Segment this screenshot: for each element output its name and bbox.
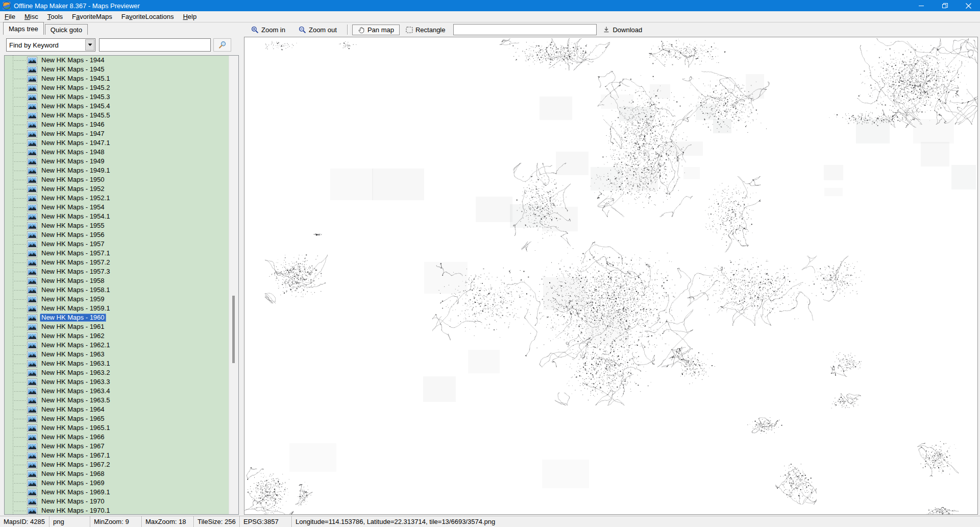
tree-item[interactable]: New HK Maps - 1950	[5, 175, 229, 184]
app-globe-icon	[3, 2, 11, 10]
tree-item[interactable]: New HK Maps - 1954	[5, 203, 229, 212]
tree-item[interactable]: New HK Maps - 1966	[5, 433, 229, 442]
toolbar-coordinate-input[interactable]	[453, 24, 597, 35]
tree-item[interactable]: New HK Maps - 1945.4	[5, 102, 229, 111]
tree-item[interactable]: New HK Maps - 1959.1	[5, 304, 229, 313]
tree-item[interactable]: New HK Maps - 1957	[5, 239, 229, 249]
tree-item[interactable]: New HK Maps - 1960	[5, 313, 229, 322]
tree-item[interactable]: New HK Maps - 1963.1	[5, 359, 229, 368]
zoom-in-icon	[251, 26, 259, 34]
tree-item[interactable]: New HK Maps - 1949.1	[5, 166, 229, 175]
tree-item[interactable]: New HK Maps - 1963	[5, 350, 229, 359]
download-button[interactable]: Download	[600, 25, 645, 35]
menu-help[interactable]: Help	[178, 12, 201, 21]
tree-item[interactable]: New HK Maps - 1969	[5, 478, 229, 488]
tree-item[interactable]: New HK Maps - 1944	[5, 56, 229, 65]
tree-item[interactable]: New HK Maps - 1957.3	[5, 267, 229, 276]
search-button[interactable]	[213, 38, 231, 52]
zoom-in-button[interactable]: Zoom in	[248, 25, 288, 35]
toolbar-separator	[347, 25, 349, 35]
zoom-out-button[interactable]: Zoom out	[296, 25, 340, 35]
tree-item[interactable]: New HK Maps - 1963.3	[5, 377, 229, 387]
combo-dropdown-button[interactable]	[85, 39, 94, 51]
tree-item[interactable]: New HK Maps - 1957.2	[5, 258, 229, 267]
tab-maps-tree[interactable]: Maps tree	[3, 22, 44, 35]
tree-item[interactable]: New HK Maps - 1949	[5, 157, 229, 166]
menu-favoritemaps[interactable]: FavoriteMaps	[67, 12, 117, 21]
rectangle-button[interactable]: Rectangle	[403, 25, 449, 35]
menu-file[interactable]: File	[0, 12, 20, 21]
pan-map-button[interactable]: Pan map	[352, 25, 400, 35]
tree-item-label: New HK Maps - 1966	[40, 433, 106, 441]
tree-item[interactable]: New HK Maps - 1954.1	[5, 212, 229, 221]
map-image-icon	[27, 231, 37, 239]
tree-item[interactable]: New HK Maps - 1945	[5, 65, 229, 74]
tree-scrollbar[interactable]	[229, 56, 238, 514]
tree-item[interactable]: New HK Maps - 1963.5	[5, 396, 229, 405]
tree-item-label: New HK Maps - 1964	[40, 405, 106, 414]
find-mode-select[interactable]: Find by Keyword	[6, 38, 95, 52]
tree-item-label: New HK Maps - 1963.4	[40, 387, 111, 395]
tab-quick-goto[interactable]: Quick goto	[45, 24, 88, 35]
tree-item-label: New HK Maps - 1955	[40, 222, 106, 230]
tree-item-label: New HK Maps - 1961	[40, 323, 106, 331]
tree-item[interactable]: New HK Maps - 1962	[5, 331, 229, 341]
restore-button[interactable]	[933, 0, 957, 11]
tree-item[interactable]: New HK Maps - 1967.2	[5, 460, 229, 469]
tree-item[interactable]: New HK Maps - 1947.1	[5, 138, 229, 148]
tree-item[interactable]: New HK Maps - 1948	[5, 148, 229, 157]
tree-item[interactable]: New HK Maps - 1958	[5, 276, 229, 285]
tree-item[interactable]: New HK Maps - 1965	[5, 414, 229, 423]
tree-item[interactable]: New HK Maps - 1969.1	[5, 488, 229, 497]
minimize-button[interactable]	[910, 0, 933, 11]
tree-item[interactable]: New HK Maps - 1956	[5, 230, 229, 239]
tree-item[interactable]: New HK Maps - 1970.1	[5, 506, 229, 514]
tree-item[interactable]: New HK Maps - 1945.3	[5, 92, 229, 102]
menu-tools[interactable]: Tools	[43, 12, 67, 21]
map-panel: Zoom in Zoom out Pan map	[242, 22, 980, 516]
status-coordinates: Longitude=114.153786, Latitude=22.313714…	[292, 516, 980, 527]
tree-item[interactable]: New HK Maps - 1963.2	[5, 368, 229, 377]
tree-item[interactable]: New HK Maps - 1965.1	[5, 423, 229, 433]
menu-misc[interactable]: Misc	[20, 12, 43, 21]
menu-favoritelocations[interactable]: FavoriteLocations	[117, 12, 179, 21]
map-image-icon	[27, 185, 37, 193]
map-image-icon	[27, 286, 37, 294]
search-input[interactable]	[99, 38, 211, 52]
minimize-icon	[919, 3, 924, 9]
tree-item-label: New HK Maps - 1969.1	[40, 488, 111, 496]
tree-item-label: New HK Maps - 1965.1	[40, 424, 111, 432]
chevron-down-icon	[88, 43, 92, 46]
tree-item[interactable]: New HK Maps - 1952.1	[5, 194, 229, 203]
close-button[interactable]	[957, 0, 980, 11]
tree-item[interactable]: New HK Maps - 1945.1	[5, 74, 229, 83]
maps-tree: New HK Maps - 1944New HK Maps - 1945New …	[4, 55, 239, 515]
map-image-icon	[27, 452, 37, 460]
tree-item-label: New HK Maps - 1967.2	[40, 461, 111, 469]
tree-item-label: New HK Maps - 1962	[40, 332, 106, 340]
tree-item[interactable]: New HK Maps - 1962.1	[5, 341, 229, 350]
tree-item[interactable]: New HK Maps - 1968	[5, 469, 229, 478]
tree-item[interactable]: New HK Maps - 1967	[5, 442, 229, 451]
magnifier-icon	[218, 41, 227, 49]
map-image-icon	[27, 397, 37, 404]
tree-scrollbar-thumb[interactable]	[232, 296, 235, 363]
map-preview-canvas[interactable]	[244, 37, 977, 514]
tree-item[interactable]: New HK Maps - 1963.4	[5, 387, 229, 396]
tree-item[interactable]: New HK Maps - 1967.1	[5, 451, 229, 460]
tree-item[interactable]: New HK Maps - 1959	[5, 295, 229, 304]
tree-item[interactable]: New HK Maps - 1970	[5, 497, 229, 506]
tree-item[interactable]: New HK Maps - 1952	[5, 184, 229, 194]
tree-item[interactable]: New HK Maps - 1961	[5, 322, 229, 331]
tree-item[interactable]: New HK Maps - 1945.2	[5, 83, 229, 92]
tree-item[interactable]: New HK Maps - 1958.1	[5, 285, 229, 295]
tree-item[interactable]: New HK Maps - 1945.5	[5, 111, 229, 120]
tree-item[interactable]: New HK Maps - 1964	[5, 405, 229, 414]
tree-item[interactable]: New HK Maps - 1946	[5, 120, 229, 129]
tree-item[interactable]: New HK Maps - 1955	[5, 221, 229, 230]
tree-item[interactable]: New HK Maps - 1947	[5, 129, 229, 138]
tree-item[interactable]: New HK Maps - 1957.1	[5, 249, 229, 258]
map-viewport[interactable]	[244, 37, 978, 515]
map-image-icon	[27, 342, 37, 349]
tree-item-label: New HK Maps - 1945.5	[40, 111, 111, 119]
